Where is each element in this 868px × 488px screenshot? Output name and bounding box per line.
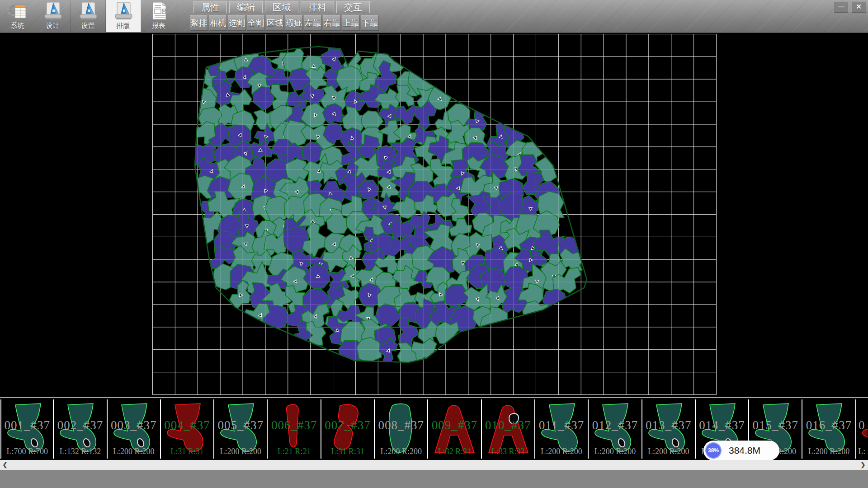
piece-thumbnail-010_#37[interactable]: 010_#37L:33 R:33 (482, 399, 535, 459)
close-button[interactable]: ✕ (851, 1, 866, 13)
piece-lr-label: L: (856, 447, 868, 456)
tool-button-1[interactable]: 相机 (209, 15, 227, 31)
scroll-left-arrow-icon[interactable]: ❮ (0, 460, 10, 470)
menu-tab-4[interactable]: 交互 (336, 1, 370, 13)
tool-button-9[interactable]: 下靠 (361, 15, 379, 31)
menu-tab-3[interactable]: 排料 (301, 1, 334, 13)
main-button-0[interactable]: 系统 (0, 0, 35, 32)
main-button-1[interactable]: 设计 (35, 0, 71, 32)
piece-thumbnail-013_#37[interactable]: 013_#37L:200 R:200 (642, 399, 696, 459)
piece-name-label: 008_#37 (375, 418, 427, 432)
piece-lr-label: L:200 R:200 (535, 447, 588, 456)
main-button-bar: 系统 设计 设置 排版 报表 (0, 0, 176, 32)
piece-name-label: 010_#37 (482, 418, 534, 432)
toolbar: 系统 设计 设置 排版 报表 属性编辑区域排料交互 聚排相机选割全割区域瑕疵左靠… (0, 0, 868, 33)
piece-lr-label: L:200 R:200 (642, 447, 695, 456)
progress-percent-badge: 38% (705, 442, 722, 459)
piece-thumbnail-partial[interactable]: 0L: (856, 399, 868, 459)
main-button-2[interactable]: 设置 (71, 0, 106, 32)
piece-thumbnail-005_#37[interactable]: 005_#37L:200 R:200 (214, 399, 268, 459)
tool-button-4[interactable]: 区域 (266, 15, 284, 31)
menu-tab-2[interactable]: 区域 (265, 1, 298, 13)
main-button-label: 设置 (81, 22, 95, 30)
piece-lr-label: L:200 R:200 (108, 447, 160, 456)
piece-name-label: 001_#37 (1, 418, 53, 432)
piece-name-label: 011_#37 (535, 418, 588, 432)
status-bar (0, 470, 868, 488)
piece-lr-label: L:700 R:700 (1, 447, 53, 456)
memory-label: 384.8M (729, 441, 760, 460)
canvas-svg (0, 33, 868, 397)
main-button-4[interactable]: 报表 (141, 0, 176, 32)
piece-name-label: 016_#37 (802, 418, 855, 432)
tool-button-3[interactable]: 全割 (247, 15, 265, 31)
piece-lr-label: L:32 R:31 (428, 447, 481, 456)
progress-indicator: 38% 384.8M (703, 441, 779, 460)
piece-lr-label: L:132 R:132 (54, 447, 106, 456)
window-controls: — ✕ (834, 1, 866, 13)
piece-thumbnail-003_#37[interactable]: 003_#37L:200 R:200 (108, 399, 161, 459)
piece-name-label: 003_#37 (108, 418, 160, 432)
piece-thumbnail-009_#37[interactable]: 009_#37L:32 R:31 (428, 399, 481, 459)
piece-name-label: 004_#37 (161, 418, 213, 432)
piece-name-label: 013_#37 (642, 418, 695, 432)
ruler-laptop-icon (78, 1, 99, 20)
menu-tab-0[interactable]: 属性 (193, 1, 227, 13)
tool-button-5[interactable]: 瑕疵 (285, 15, 303, 31)
piece-lr-label: L:200 R:200 (802, 447, 855, 456)
tool-button-2[interactable]: 选割 (228, 15, 246, 31)
tool-button-0[interactable]: 聚排 (190, 15, 208, 31)
piece-lr-label: L:31 R:31 (161, 447, 213, 456)
piece-name-label: 012_#37 (589, 418, 641, 432)
piece-lr-label: L:200 R:200 (214, 447, 267, 456)
nesting-canvas[interactable] (0, 33, 868, 397)
piece-name-label: 005_#37 (214, 418, 267, 432)
minimize-button[interactable]: — (834, 1, 849, 13)
piece-thumbnail-004_#37[interactable]: 004_#37L:31 R:31 (161, 399, 214, 459)
tool-button-7[interactable]: 右靠 (323, 15, 341, 31)
gear-table-icon (7, 1, 28, 20)
piece-thumbnail-006_#37[interactable]: 006_#37L:21 R:21 (268, 399, 321, 459)
main-button-label: 排版 (117, 22, 130, 30)
piece-thumbnail-012_#37[interactable]: 012_#37L:200 R:200 (589, 399, 642, 459)
piece-lr-label: L:33 R:33 (482, 447, 534, 456)
main-button-3[interactable]: 排版 (106, 0, 141, 32)
main-button-label: 系统 (11, 22, 24, 30)
strip-top-line (0, 397, 868, 398)
piece-name-label: 015_#37 (749, 418, 802, 432)
menu-tab-bar: 属性编辑区域排料交互 (193, 1, 372, 13)
tool-button-8[interactable]: 上靠 (342, 15, 360, 31)
ruler-laptop-icon (113, 1, 134, 20)
nested-pieces-layer (188, 42, 585, 366)
piece-thumbnail-002_#37[interactable]: 002_#37L:132 R:132 (54, 399, 107, 459)
piece-lr-label: L:31 R:31 (321, 447, 374, 456)
main-button-label: 设计 (46, 22, 60, 30)
piece-lr-label: L:200 R:200 (589, 447, 641, 456)
piece-thumbnail-011_#37[interactable]: 011_#37L:200 R:200 (535, 399, 589, 459)
nesting-app-window: 系统 设计 设置 排版 报表 属性编辑区域排料交互 聚排相机选割全割区域瑕疵左靠… (0, 0, 868, 488)
piece-name-label: 014_#37 (696, 418, 748, 432)
tool-button-6[interactable]: 左靠 (304, 15, 322, 31)
piece-thumbnail-001_#37[interactable]: 001_#37L:700 R:700 (0, 399, 54, 459)
piece-lr-label: L:21 R:21 (268, 447, 320, 456)
piece-name-label: 007_#37 (321, 418, 374, 432)
menu-tab-1[interactable]: 编辑 (229, 1, 263, 13)
scroll-right-arrow-icon[interactable]: ❯ (858, 460, 868, 470)
piece-thumbnail-008_#37[interactable]: 008_#37L:200 R:200 (375, 399, 428, 459)
ruler-laptop-icon (42, 1, 63, 20)
horizontal-scrollbar[interactable]: ❮ ❯ (0, 460, 868, 470)
piece-name-label: 009_#37 (428, 418, 481, 432)
report-doc-icon (148, 1, 169, 20)
piece-thumbnail-007_#37[interactable]: 007_#37L:31 R:31 (321, 399, 375, 459)
piece-name-label: 006_#37 (268, 418, 320, 432)
main-button-label: 报表 (152, 22, 165, 30)
piece-name-label: 002_#37 (54, 418, 106, 432)
piece-thumbnail-016_#37[interactable]: 016_#37L:200 R:200 (802, 399, 856, 459)
piece-name-label: 0 (856, 418, 868, 432)
piece-lr-label: L:200 R:200 (375, 447, 427, 456)
tool-button-bar: 聚排相机选割全割区域瑕疵左靠右靠上靠下靠 (190, 15, 380, 31)
